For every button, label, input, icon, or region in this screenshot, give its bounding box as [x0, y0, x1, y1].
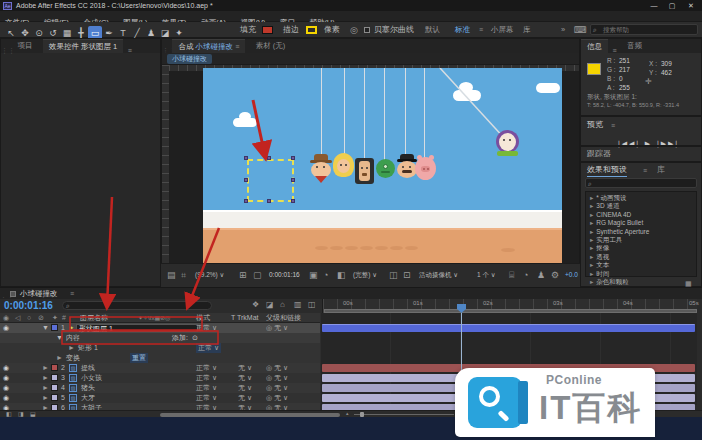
transform-row[interactable]: ► 变换 重置	[0, 353, 320, 363]
fx-category[interactable]: ► CINEMA 4D	[589, 211, 693, 219]
shape-handle[interactable]	[244, 178, 248, 182]
trkmat-dropdown[interactable]: 无 ∨	[238, 383, 252, 393]
motion-blur-icon[interactable]: ◫	[308, 300, 316, 310]
parent-column-label[interactable]: 父级和链接	[266, 313, 301, 323]
stroke-color-swatch[interactable]	[306, 26, 317, 34]
expand-arrow[interactable]: ▼	[56, 333, 63, 343]
rect1-mode-dropdown[interactable]: 正常 ∨	[196, 343, 221, 353]
reset-button[interactable]: 重置	[130, 353, 148, 363]
grid-guides-icon[interactable]: ⊞	[239, 270, 247, 280]
workspace-menu-icon[interactable]: ≡	[479, 26, 483, 33]
transparency-grid-icon[interactable]: ⊡	[403, 270, 411, 280]
shape-handle[interactable]	[244, 156, 248, 160]
mask-visibility-icon[interactable]: ▢	[253, 270, 262, 280]
parent-dropdown[interactable]: ◎ 无 ∨	[266, 323, 288, 333]
first-frame-button[interactable]: ❘◀	[615, 139, 628, 149]
shape-handle[interactable]	[291, 199, 295, 203]
tab-effect-controls[interactable]: 效果控件 形状图层 1	[43, 39, 123, 53]
add-label[interactable]: 添加:	[172, 333, 188, 343]
parent-dropdown[interactable]: ◎ 无 ∨	[266, 363, 288, 373]
draft-3d-icon[interactable]: ◪	[266, 300, 274, 310]
fill-label[interactable]: 填充	[240, 25, 256, 35]
workspace-default[interactable]: 默认	[420, 22, 445, 37]
preview-panel-title[interactable]: 预览	[587, 120, 603, 130]
blend-mode-dropdown[interactable]: 正常 ∨	[196, 383, 217, 393]
fx-category[interactable]: ► 抠像	[589, 244, 693, 252]
panel-menu-icon[interactable]: ≡	[612, 47, 616, 54]
minimize-button[interactable]: —	[646, 0, 662, 11]
maximize-button[interactable]: ▢	[664, 0, 680, 11]
panel-menu-icon[interactable]: ≡	[70, 290, 74, 297]
collapse-arrow[interactable]: ►	[56, 353, 63, 363]
composition-canvas[interactable]	[203, 68, 562, 263]
panel-menu-icon[interactable]: ≡	[643, 167, 647, 174]
magnification-icon[interactable]: ⌗	[181, 270, 186, 280]
tracker-panel-title[interactable]: 跟踪器	[587, 149, 611, 159]
show-snapshot-icon[interactable]: ◔	[323, 270, 328, 280]
comp-mini-flowchart-icon[interactable]: ❖	[252, 300, 259, 310]
expand-arrow[interactable]: ▼	[42, 323, 49, 333]
label-color-swatch[interactable]	[51, 384, 58, 391]
workspace-overflow-chevron[interactable]: »	[556, 22, 570, 37]
eye-icon[interactable]: ◉	[3, 383, 9, 393]
prev-frame-button[interactable]: ◀❘	[628, 139, 641, 149]
view-layout-dropdown[interactable]: 1 个 ∨	[477, 271, 496, 279]
time-ruler[interactable]: 00s 01s 02s 03s 04s 05s	[322, 299, 697, 313]
stroke-label[interactable]: 描边	[283, 25, 299, 35]
fast-previews-icon[interactable]: ◔	[523, 270, 528, 280]
parent-dropdown[interactable]: ◎ 无 ∨	[266, 393, 288, 403]
fx-category[interactable]: ► RG Magic Bullet	[589, 219, 693, 227]
bezier-checkbox[interactable]	[364, 27, 370, 33]
flowchart-icon[interactable]: ⚙	[551, 270, 559, 280]
fx-category[interactable]: ► 3D 通道	[589, 202, 693, 210]
layer-bar-shape[interactable]	[322, 324, 695, 332]
eye-icon[interactable]: ◉	[3, 323, 9, 333]
timeline-button-icon[interactable]: ♟	[537, 270, 545, 280]
help-search-input[interactable]: ⌕ 搜索帮助	[590, 24, 698, 35]
layer-row[interactable]: ◉ ► 3 ▨ 小女孩 正常 ∨ 无 ∨ ◎ 无 ∨	[0, 373, 320, 383]
shape-handle[interactable]	[244, 199, 248, 203]
trkmat-dropdown[interactable]: 无 ∨	[238, 373, 252, 383]
comp-current-time[interactable]: 0:00:01:16	[269, 271, 300, 279]
last-frame-button[interactable]: ▶❘	[667, 139, 680, 149]
trkmat-column-label[interactable]: T TrkMat	[231, 313, 258, 323]
breadcrumb[interactable]: 小球碰撞改	[167, 54, 212, 64]
tab-effects-presets[interactable]: 效果和预设	[587, 165, 627, 177]
label-color-swatch[interactable]	[51, 364, 58, 371]
collapse-arrow[interactable]: ►	[42, 393, 49, 403]
shy-layers-icon[interactable]: ⌂	[280, 300, 285, 310]
play-button[interactable]: ▶	[641, 139, 654, 149]
zoom-level-dropdown[interactable]: (99.2%) ∨	[195, 271, 224, 279]
fx-category[interactable]: ► Synthetic Aperture	[589, 228, 693, 236]
tab-info[interactable]: 信息	[581, 39, 608, 53]
workspace-small-screen[interactable]: 小屏幕	[486, 22, 519, 37]
camera-view-dropdown[interactable]: 活动摄像机 ∨	[419, 271, 458, 279]
channels-icon[interactable]: ◧	[337, 270, 346, 280]
eye-icon[interactable]: ◉	[3, 373, 9, 383]
parent-dropdown[interactable]: ◎ 无 ∨	[266, 373, 288, 383]
trkmat-dropdown[interactable]: 无 ∨	[238, 363, 252, 373]
effects-search-input[interactable]: ⌕	[585, 178, 697, 188]
panel-menu-icon[interactable]: ≡	[235, 43, 239, 50]
tab-libraries[interactable]: 库	[657, 165, 665, 175]
exposure-value[interactable]: +0.0	[565, 271, 578, 279]
fx-category[interactable]: ► 杂色和颗粒	[589, 278, 693, 286]
fx-category[interactable]: ► 透视	[589, 253, 693, 261]
workspace-standard[interactable]: 标准	[450, 22, 475, 37]
shape-handle[interactable]	[267, 199, 271, 203]
collapse-arrow[interactable]: ►	[42, 383, 49, 393]
label-color-swatch[interactable]	[51, 394, 58, 401]
shape-rect-outline[interactable]	[247, 159, 294, 202]
pixel-aspect-icon[interactable]: ⌸	[509, 270, 514, 280]
layer-row[interactable]: ◉ ► 5 ▨ 大牙 正常 ∨ 无 ∨ ◎ 无 ∨	[0, 393, 320, 403]
tab-audio[interactable]: 音频	[621, 39, 648, 52]
blend-mode-dropdown[interactable]: 正常 ∨	[196, 323, 217, 333]
tab-footage[interactable]: 素材 (无)	[250, 39, 292, 52]
next-frame-button[interactable]: ❘▶	[654, 139, 667, 149]
collapse-arrow[interactable]: ►	[42, 363, 49, 373]
layer-row[interactable]: ◉ ► 4 ▨ 猪头 正常 ∨ 无 ∨ ◎ 无 ∨	[0, 383, 320, 393]
collapse-arrow[interactable]: ►	[42, 373, 49, 383]
blend-mode-dropdown[interactable]: 正常 ∨	[196, 363, 217, 373]
stroke-width-label[interactable]: 像素	[324, 25, 340, 35]
contents-row[interactable]: ▼ 内容 添加: ⊙	[0, 333, 320, 343]
